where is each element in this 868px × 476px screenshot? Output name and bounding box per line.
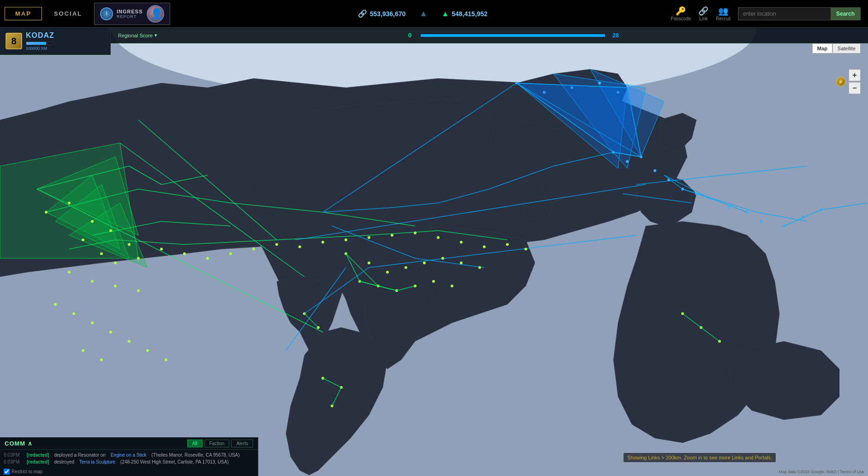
map-type-map-button[interactable]: Map	[812, 43, 832, 54]
svg-point-68	[524, 248, 527, 250]
comm-msg-text-2: destroyed	[53, 459, 75, 464]
svg-point-52	[160, 248, 163, 250]
attribution-text: Map data ©2016 Google, INBO | Terms of U…	[779, 470, 864, 474]
fields-value: 548,415,952	[452, 10, 488, 18]
svg-point-58	[298, 245, 301, 248]
comm-header: COMM ∧ All Faction Alerts	[0, 438, 258, 450]
ingress-logo-icon: I	[100, 7, 113, 20]
regional-score-label[interactable]: Regional Score ▾	[118, 32, 157, 38]
svg-point-69	[68, 271, 71, 274]
score-bar	[421, 34, 605, 37]
svg-point-73	[54, 303, 57, 306]
player-name: KODAZ	[26, 31, 54, 40]
svg-point-54	[206, 257, 209, 260]
svg-point-72	[137, 289, 140, 292]
comm-msg-link-2[interactable]: Terra ia Sculpture	[79, 459, 115, 464]
recruit-label: Recruit	[716, 16, 731, 21]
zoom-level-indicator: ⚡	[836, 77, 846, 87]
svg-point-89	[478, 266, 481, 269]
comm-tabs: All Faction Alerts	[187, 440, 253, 447]
dropdown-arrow-icon: ▾	[155, 32, 157, 38]
ingress-report-avatar	[147, 5, 164, 23]
svg-point-104	[654, 169, 656, 172]
svg-point-59	[321, 241, 324, 244]
fields-stat: ▲ 548,415,952	[441, 10, 488, 18]
passcode-icon: 🔑	[676, 6, 686, 16]
svg-point-56	[252, 248, 255, 250]
svg-point-65	[460, 241, 463, 244]
zoom-level-icon: ⚡	[836, 77, 846, 87]
comm-msg-user-1: [redacted]	[27, 452, 49, 458]
zoom-controls: + −	[849, 69, 861, 94]
svg-point-88	[460, 262, 463, 264]
svg-point-50	[114, 262, 117, 264]
restrict-to-map-label: Restrict to map	[12, 469, 42, 474]
comm-msg-loc-2: (248-250 West High Street, Carlisle, PA …	[119, 459, 229, 464]
comm-msg-loc-1: (Theiles Manor, Roseville, CA 95678, USA…	[150, 452, 240, 458]
map-type-satellite-button[interactable]: Satellite	[832, 43, 861, 54]
link-button[interactable]: 🔗 Link	[698, 6, 708, 21]
svg-point-94	[432, 280, 435, 283]
svg-point-77	[128, 340, 131, 343]
restrict-to-map-checkbox[interactable]	[4, 469, 10, 475]
comm-message-1: 6:03PM [redacted] deployed a Resonator o…	[4, 452, 254, 458]
links-value: 553,936,670	[370, 10, 406, 18]
xp-bar-container	[26, 42, 54, 45]
svg-point-79	[165, 358, 167, 361]
ingress-report-button[interactable]: I INGRESS REPORT	[94, 3, 170, 25]
svg-point-80	[82, 349, 84, 352]
zoom-out-button[interactable]: −	[849, 82, 861, 94]
svg-point-63	[414, 232, 416, 234]
links-stat: 🔗 553,936,670	[358, 9, 406, 18]
comm-msg-link-1[interactable]: Engine on a Stick	[111, 452, 147, 458]
svg-point-44	[68, 202, 71, 204]
map-attribution: Map data ©2016 Google, INBO | Terms of U…	[779, 470, 864, 474]
svg-point-109	[727, 206, 730, 209]
passcode-button[interactable]: 🔑 Passcode	[671, 6, 691, 21]
svg-point-111	[760, 220, 762, 223]
comm-tab-faction[interactable]: Faction	[204, 440, 230, 447]
svg-point-45	[91, 220, 94, 223]
svg-point-48	[128, 243, 131, 246]
svg-point-46	[82, 238, 84, 241]
svg-point-74	[72, 312, 75, 315]
svg-point-60	[345, 238, 347, 241]
ingress-report-subtitle: REPORT	[117, 14, 143, 19]
fields-icon: ▲	[441, 10, 449, 18]
comm-msg-text-1: deployed a Resonator on	[53, 452, 107, 458]
xp-text: 100000 XM	[26, 46, 54, 51]
map-area[interactable]: Map Satellite + − ⚡	[0, 28, 868, 476]
search-box: Search	[738, 7, 861, 20]
search-button[interactable]: Search	[831, 8, 860, 20]
comm-tab-all[interactable]: All	[187, 440, 202, 447]
comm-msg-time-1: 6:03PM	[4, 452, 23, 458]
stats-separator: ▲	[420, 9, 428, 18]
recruit-button[interactable]: 👥 Recruit	[716, 6, 731, 21]
enl-score: 0	[403, 32, 417, 39]
recruit-icon: 👥	[718, 6, 728, 16]
comm-tab-alerts[interactable]: Alerts	[231, 440, 253, 447]
svg-point-83	[368, 262, 370, 264]
regional-score-bar: Regional Score ▾ 0 28	[111, 28, 868, 43]
svg-point-64	[437, 236, 440, 239]
search-input[interactable]	[738, 8, 831, 20]
map-nav-button[interactable]: MAP	[5, 7, 42, 20]
svg-point-78	[146, 349, 149, 352]
svg-point-55	[229, 252, 232, 255]
bottom-notice: Showing Links > 200km. Zoom in to see mo…	[624, 453, 776, 462]
social-nav-button[interactable]: SOCIAL	[47, 7, 89, 20]
top-navigation: MAP SOCIAL I INGRESS REPORT 🔗 553,936,67…	[0, 0, 868, 28]
player-hud: 8 KODAZ 100000 XM	[0, 28, 111, 55]
svg-point-85	[404, 266, 407, 269]
svg-point-81	[100, 358, 103, 361]
svg-point-87	[441, 257, 444, 260]
svg-point-66	[483, 245, 486, 248]
svg-point-75	[91, 321, 94, 324]
score-bar-wrap: 0 28	[165, 32, 861, 39]
comm-bar: COMM ∧ All Faction Alerts 6:03PM [redact…	[0, 437, 258, 476]
svg-point-67	[506, 243, 509, 246]
zoom-in-button[interactable]: +	[849, 69, 861, 81]
link-icon: 🔗	[698, 6, 708, 16]
svg-point-99	[598, 82, 601, 84]
comm-title[interactable]: COMM ∧	[5, 440, 33, 447]
